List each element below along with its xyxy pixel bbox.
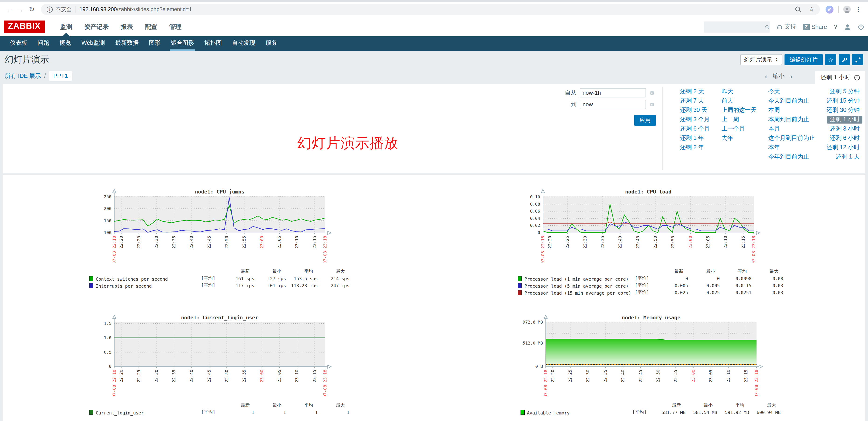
main-nav-item[interactable]: 监测 — [54, 17, 79, 36]
fullscreen-button[interactable] — [852, 54, 863, 65]
time-range-link[interactable]: 还剩 2 年 — [680, 144, 710, 151]
sub-nav-item[interactable]: 图形 — [144, 36, 165, 51]
wrench-settings-button[interactable] — [839, 54, 850, 65]
support-link[interactable]: 支持 — [776, 23, 796, 31]
time-range-link[interactable]: 还剩 1 小时 — [827, 116, 862, 124]
time-range-link[interactable]: 还剩 12 小时 — [827, 144, 860, 151]
zabbix-logo[interactable]: ZABBIX — [4, 21, 45, 33]
time-range-link[interactable]: 还剩 5 分钟 — [830, 89, 860, 95]
active-time-range-tab[interactable]: 还剩 1 小时 — [815, 71, 865, 84]
sub-nav-item[interactable]: 仪表板 — [5, 36, 32, 51]
graph-legend-login-user: 最新最小平均最大Current_login_user[平均]1111 — [89, 402, 349, 416]
graph-legend-cpu-jumps: 最新最小平均最大Context switches per second[平均]1… — [89, 268, 349, 289]
time-range-link[interactable]: 还剩 6 个月 — [680, 126, 710, 132]
time-range-link[interactable]: 还剩 1 天 — [836, 154, 860, 160]
svg-text:22:55: 22:55 — [242, 236, 247, 249]
slideshow-select[interactable]: 幻灯片演示 ▲▼ — [740, 54, 782, 65]
svg-text:512.0 MB: 512.0 MB — [523, 341, 543, 346]
sub-nav-item[interactable]: 拓扑图 — [199, 36, 227, 51]
reload-icon[interactable]: ↻ — [26, 5, 37, 13]
time-range-link[interactable]: 昨天 — [721, 89, 756, 95]
time-range-link[interactable]: 还剩 3 个月 — [680, 117, 710, 123]
edit-slideshow-button[interactable]: 编辑幻灯片 — [784, 54, 823, 65]
time-range-link[interactable]: 今天 — [768, 89, 815, 95]
time-range-link[interactable]: 本周到目前为止 — [768, 117, 815, 123]
sub-nav-item[interactable]: 服务 — [260, 36, 282, 51]
time-range-link[interactable]: 本周 — [768, 107, 815, 113]
bookmark-star-icon[interactable]: ☆ — [809, 6, 814, 13]
forward-icon[interactable]: → — [15, 5, 26, 13]
svg-text:23:00: 23:00 — [259, 236, 264, 249]
graph-image-memory[interactable]: 0 B512.0 MB972.6 MB07-08 22:1822:2022:25… — [519, 315, 763, 396]
from-input[interactable] — [580, 88, 646, 97]
time-range-link[interactable]: 上周的这一天 — [721, 107, 756, 113]
svg-text:22:50: 22:50 — [655, 370, 660, 382]
extension-bird-icon[interactable] — [826, 5, 834, 13]
time-range-link[interactable]: 还剩 6 小时 — [830, 135, 860, 141]
sub-nav-item[interactable]: 聚合图形 — [165, 36, 199, 51]
zoom-out-page-icon[interactable] — [795, 6, 802, 13]
header-search[interactable] — [704, 21, 769, 32]
address-bar[interactable]: i 不安全 192.168.98.200 /zabbix/slides.php?… — [41, 4, 820, 15]
apply-button[interactable]: 应用 — [634, 115, 656, 126]
time-range-link[interactable]: 上一个月 — [721, 126, 756, 132]
time-range-link[interactable]: 去年 — [721, 135, 756, 141]
time-range-link[interactable]: 前天 — [721, 98, 756, 104]
graph-image-login-user[interactable]: 00.51.01.507-08 22:1822:2022:2522:3022:3… — [88, 315, 332, 396]
graph-image-cpu-load[interactable]: 00.020.040.060.080.1007-08 22:1822:2022:… — [516, 189, 761, 262]
svg-text:0: 0 — [538, 230, 540, 235]
time-range-link[interactable]: 还剩 2 天 — [680, 89, 710, 95]
svg-text:23:05: 23:05 — [706, 236, 711, 249]
sub-nav-item[interactable]: 问题 — [32, 36, 54, 51]
zoom-out-range-link[interactable]: 缩小 — [773, 72, 784, 80]
svg-text:07-08 22:18: 07-08 22:18 — [112, 236, 117, 262]
time-range-link[interactable]: 还剩 1 年 — [680, 135, 710, 141]
wrench-icon — [841, 57, 847, 63]
breadcrumb-root-link[interactable]: 所有 IDE 展示 — [5, 72, 41, 80]
time-range-link[interactable]: 还剩 30 分钟 — [827, 107, 860, 113]
svg-text:07-08 23:18: 07-08 23:18 — [754, 370, 759, 396]
sub-nav-item[interactable]: 最新数据 — [110, 36, 144, 51]
time-range-link[interactable]: 本年 — [768, 144, 815, 151]
to-input[interactable] — [580, 100, 646, 109]
time-range-link[interactable]: 还剩 15 分钟 — [827, 98, 860, 104]
help-link[interactable]: ? — [834, 24, 837, 30]
user-profile-icon[interactable] — [844, 24, 851, 30]
svg-text:22:40: 22:40 — [189, 236, 194, 249]
main-nav-item[interactable]: 管理 — [163, 17, 187, 36]
svg-text:node1: Memory usage: node1: Memory usage — [622, 315, 681, 321]
favourite-star-button[interactable]: ☆ — [825, 54, 836, 65]
time-range-link[interactable]: 今年到目前为止 — [768, 154, 815, 160]
share-link[interactable]: Z Share — [803, 24, 827, 30]
time-range-link[interactable]: 今天到目前为止 — [768, 98, 815, 104]
from-calendar-button[interactable] — [647, 88, 657, 97]
info-icon[interactable]: i — [46, 6, 53, 12]
main-nav-item[interactable]: 资产记录 — [79, 17, 115, 36]
svg-text:22:40: 22:40 — [189, 370, 194, 382]
time-range-link[interactable]: 还剩 30 天 — [680, 107, 710, 113]
sub-nav-item[interactable]: 自动发现 — [227, 36, 260, 51]
logout-power-icon[interactable] — [858, 24, 864, 30]
time-range-link[interactable]: 还剩 3 小时 — [830, 126, 860, 132]
time-forward-chevron[interactable]: › — [784, 72, 798, 80]
svg-text:1.5: 1.5 — [104, 321, 112, 326]
graph-image-cpu-jumps[interactable]: 10015020025007-08 22:1822:2022:2522:3022… — [88, 189, 332, 262]
back-icon[interactable]: ← — [4, 5, 15, 13]
main-nav-item[interactable]: 报表 — [115, 17, 139, 36]
profile-avatar[interactable] — [843, 6, 851, 13]
breadcrumb-current-link[interactable]: PPT1 — [49, 71, 72, 80]
main-nav-item[interactable]: 配置 — [139, 17, 163, 36]
sub-nav-item[interactable]: Web监测 — [76, 36, 110, 51]
svg-text:23:15: 23:15 — [312, 370, 317, 382]
time-back-chevron[interactable]: ‹ — [759, 72, 773, 80]
search-icon[interactable] — [765, 24, 769, 30]
time-range-link[interactable]: 还剩 7 天 — [680, 98, 710, 104]
time-range-link[interactable]: 这个月到目前为止 — [768, 135, 815, 141]
sub-nav-item[interactable]: 概览 — [54, 36, 76, 51]
search-input[interactable] — [704, 21, 765, 32]
time-range-link[interactable]: 本月 — [768, 126, 815, 132]
browser-menu-icon[interactable]: ⋮ — [852, 6, 864, 13]
time-range-link[interactable]: 上一周 — [721, 117, 756, 123]
z-badge-icon: Z — [803, 24, 809, 30]
to-calendar-button[interactable] — [647, 100, 657, 109]
